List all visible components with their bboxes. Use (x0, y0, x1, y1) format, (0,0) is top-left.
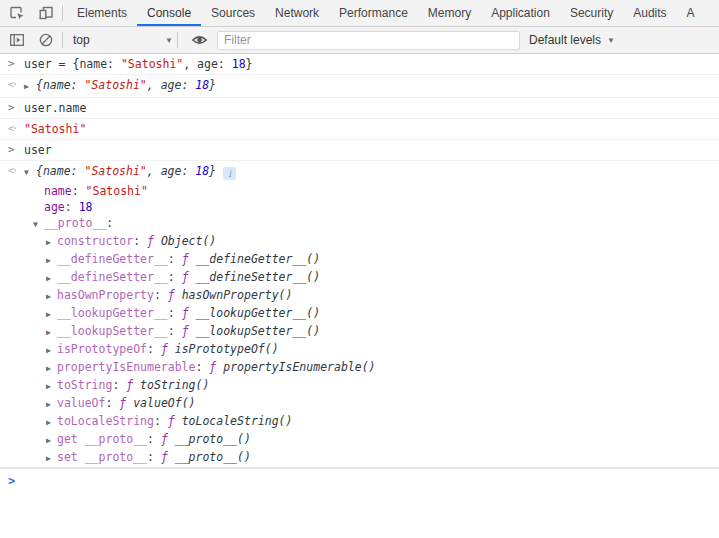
console-prompt[interactable]: > (0, 468, 719, 493)
chevron-down-icon: ▼ (165, 36, 173, 45)
toolbar-divider (177, 32, 178, 48)
console-text-token: ƒ (126, 378, 140, 392)
console-message-row: <·▶{name: "Satoshi", age: 18} (0, 75, 719, 97)
tab-application[interactable]: Application (481, 0, 560, 26)
disclosure-triangle-icon[interactable]: ▶ (46, 451, 57, 467)
devtools-tabbar: ElementsConsoleSourcesNetworkPerformance… (0, 0, 719, 27)
disclosure-triangle-icon[interactable]: ▼ (33, 217, 44, 233)
toolbar-divider (62, 32, 63, 48)
console-text-token: valueOf() (133, 396, 195, 410)
disclosure-triangle-icon[interactable]: ▶ (46, 289, 57, 305)
disclosure-triangle-icon[interactable]: ▶ (46, 397, 57, 413)
tab-security[interactable]: Security (560, 0, 623, 26)
input-chevron-icon: > (0, 100, 24, 116)
filter-input[interactable] (217, 31, 520, 50)
object-property-row: ▶constructor: ƒ Object() (0, 233, 719, 251)
tab-memory[interactable]: Memory (418, 0, 481, 26)
console-text-token: isPrototypeOf() (175, 342, 279, 356)
object-property-row: ▶__defineSetter__: ƒ __defineSetter__() (0, 269, 719, 287)
console-text-token: __lookupSetter__ (57, 324, 168, 338)
object-property-row: ▶isPrototypeOf: ƒ isPrototypeOf() (0, 341, 719, 359)
tab-sources[interactable]: Sources (201, 0, 265, 26)
console-text-token: set __proto__ (57, 450, 147, 464)
console-text-token: "Satoshi" (86, 184, 148, 198)
object-property-row: age: 18 (0, 199, 719, 215)
eye-icon (191, 32, 208, 48)
input-chevron-icon: > (0, 142, 24, 158)
console-text-token: : (168, 270, 182, 284)
tab-console[interactable]: Console (137, 0, 201, 26)
console-text-token: ƒ (168, 414, 182, 428)
javascript-context-selector[interactable]: top ▼ (73, 30, 173, 50)
console-text-token: "Satoshi" (24, 122, 86, 136)
disclosure-triangle-icon[interactable]: ▶ (46, 235, 57, 251)
console-sidebar-toggle[interactable] (5, 32, 29, 48)
tab-audits[interactable]: Audits (623, 0, 676, 26)
console-text-token: __proto__ (44, 216, 106, 230)
clear-console-button[interactable] (34, 32, 58, 48)
console-result-entry: <·▶{name: "Satoshi", age: 18} (0, 75, 719, 98)
console-text-token: isPrototypeOf (57, 342, 147, 356)
console-toolbar: top ▼ Default levels ▼ (0, 27, 719, 54)
console-input-entry: >user.name (0, 98, 719, 119)
console-text-token: age (44, 200, 65, 214)
console-text-token: : (105, 396, 119, 410)
console-text-token: name (44, 184, 72, 198)
disclosure-triangle-icon[interactable]: ▶ (46, 271, 57, 287)
devtools-window: ElementsConsoleSourcesNetworkPerformance… (0, 0, 719, 538)
console-text-token: toString (57, 378, 112, 392)
console-text-token: : (72, 184, 86, 198)
console-text-token: ƒ (161, 342, 175, 356)
console-text-token: : (133, 234, 147, 248)
log-levels-selector[interactable]: Default levels ▼ (529, 33, 615, 47)
info-icon[interactable]: i (223, 167, 236, 180)
object-property-row: ▶__defineGetter__: ƒ __defineGetter__() (0, 251, 719, 269)
console-text-token: ƒ (182, 324, 196, 338)
console-text-token: } (246, 57, 253, 71)
console-text-token: "Satoshi" (121, 57, 183, 71)
disclosure-triangle-icon[interactable]: ▶ (46, 379, 57, 395)
inspect-element-button[interactable] (5, 0, 29, 26)
tab-network[interactable]: Network (265, 0, 329, 26)
object-property-row: ▶get __proto__: ƒ __proto__() (0, 431, 719, 449)
console-text-token: user = {name: (24, 57, 121, 71)
console-text-token: ƒ (182, 306, 196, 320)
disclosure-triangle-icon[interactable]: ▼ (24, 165, 36, 181)
live-expression-button[interactable] (187, 32, 211, 48)
console-text-token: : (168, 324, 182, 338)
console-text-token: __lookupSetter__() (196, 324, 321, 338)
disclosure-triangle-icon[interactable]: ▶ (46, 361, 57, 377)
device-toolbar-button[interactable] (34, 0, 58, 26)
console-text-token: __defineSetter__ (57, 270, 168, 284)
console-text-token: "Satoshi" (84, 164, 146, 178)
console-text-token: 18 (79, 200, 93, 214)
disclosure-triangle-icon[interactable]: ▶ (46, 325, 57, 341)
console-text-token: propertyIsEnumerable() (223, 360, 375, 374)
console-text-token: {name: (36, 164, 84, 178)
console-text-token: : (168, 306, 182, 320)
disclosure-triangle-icon[interactable]: ▶ (46, 433, 57, 449)
disclosure-triangle-icon[interactable]: ▶ (46, 307, 57, 323)
console-text-token: 18 (195, 164, 209, 178)
disclosure-triangle-icon[interactable]: ▶ (24, 79, 36, 95)
console-text-token: : (147, 342, 161, 356)
device-toolbar-icon (38, 5, 54, 21)
tab-performance[interactable]: Performance (329, 0, 418, 26)
disclosure-triangle-icon[interactable]: ▶ (46, 343, 57, 359)
output-chevron-icon: <· (0, 121, 24, 137)
output-chevron-icon: <· (0, 77, 24, 93)
console-message-content: user = {name: "Satoshi", age: 18} (24, 56, 719, 72)
disclosure-triangle-icon[interactable]: ▶ (46, 415, 57, 431)
console-text-token: , age: (147, 164, 195, 178)
console-text-token: : (147, 432, 161, 446)
console-text-token: {name: (36, 78, 84, 92)
console-text-token: : (112, 378, 126, 392)
tab-a[interactable]: A (677, 0, 705, 26)
chevron-down-icon: ▼ (607, 36, 615, 45)
console-text-token: ƒ (209, 360, 223, 374)
tab-elements[interactable]: Elements (67, 0, 137, 26)
console-message-content: "Satoshi" (24, 121, 719, 137)
console-text-token: hasOwnProperty (57, 288, 154, 302)
console-message-row: >user.name (0, 98, 719, 118)
disclosure-triangle-icon[interactable]: ▶ (46, 253, 57, 269)
